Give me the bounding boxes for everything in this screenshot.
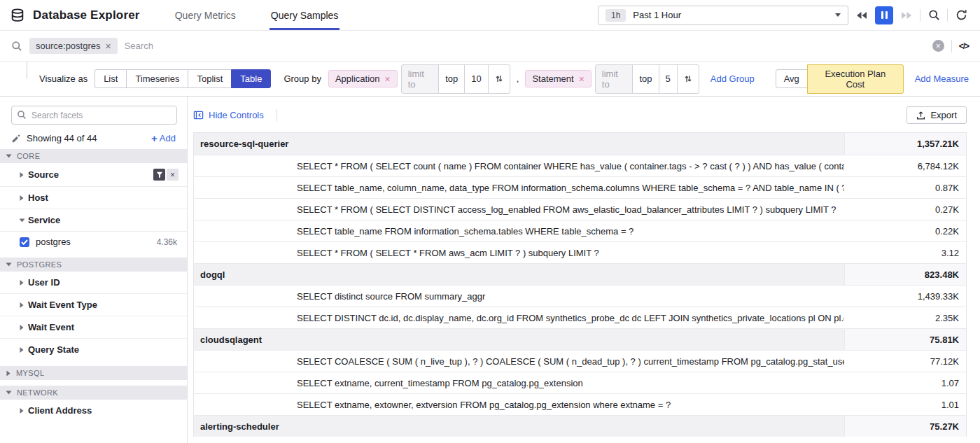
facet-item-query-state[interactable]: Query State xyxy=(0,338,187,360)
sample-value: 1.01 xyxy=(844,400,966,410)
aggregator-button[interactable]: Avg xyxy=(776,69,808,88)
visualize-option-list[interactable]: List xyxy=(94,69,127,88)
remove-filter-icon[interactable]: × xyxy=(106,41,111,51)
clear-search-button[interactable]: × xyxy=(932,40,944,52)
search-filter-pill[interactable]: source:postgres × xyxy=(29,38,118,54)
facet-section-label: POSTGRES xyxy=(17,260,62,269)
sample-value: 2.35K xyxy=(844,313,966,323)
facet-item-client-address[interactable]: Client Address xyxy=(0,400,187,421)
limit-count-selector[interactable]: 5 xyxy=(659,64,678,94)
chevron-right-icon xyxy=(19,195,24,201)
limit-count-selector[interactable]: 10 xyxy=(464,64,488,94)
refresh-button[interactable] xyxy=(952,6,970,24)
group-pill-application[interactable]: Application × xyxy=(328,70,398,87)
samples-table: resource-sql-querier1,357.21KSELECT * FR… xyxy=(193,132,967,437)
skip-backward-icon xyxy=(856,11,867,20)
table-group-row[interactable]: resource-sql-querier1,357.21K xyxy=(194,133,966,155)
table-toolbar: Hide Controls Export xyxy=(193,106,967,125)
query-text: SELECT * FROM ( SELECT DISTINCT access_l… xyxy=(297,204,844,215)
facet-item-host[interactable]: Host xyxy=(0,186,187,209)
measure-cluster: Avg Execution Plan Cost Add Measure xyxy=(776,64,969,94)
facet-clear-button[interactable]: × xyxy=(167,169,178,181)
facet-section-core[interactable]: CORE xyxy=(0,149,187,163)
tab-query-metrics[interactable]: Query Metrics xyxy=(174,0,237,30)
facet-item-wait-event[interactable]: Wait Event xyxy=(0,316,187,338)
facet-item-user-id[interactable]: User ID xyxy=(0,272,187,293)
table-sample-row[interactable]: SELECT COALESCE ( SUM ( n_live_tup ), ? … xyxy=(194,350,966,372)
export-button[interactable]: Export xyxy=(906,106,967,124)
facet-filter-button[interactable] xyxy=(153,169,165,181)
table-group-row[interactable]: dogql823.48K xyxy=(194,263,966,285)
sort-order-button[interactable] xyxy=(488,64,510,94)
visualization-controls: Visualize as ListTimeseriesToplistTable … xyxy=(0,62,980,97)
content-area: Showing 44 of 44 +Add CORESource×HostSer… xyxy=(0,97,980,443)
visualize-option-timeseries[interactable]: Timeseries xyxy=(126,69,188,88)
code-view-icon[interactable]: </> xyxy=(959,41,969,51)
skip-backward-button[interactable] xyxy=(853,6,871,24)
top-bar: Database Explorer Query Metrics Query Sa… xyxy=(0,0,980,31)
chevron-right-icon xyxy=(19,171,24,178)
search-input[interactable] xyxy=(125,41,925,51)
pause-button[interactable] xyxy=(875,6,893,24)
sort-arrows-icon xyxy=(495,74,503,83)
add-facet-link[interactable]: +Add xyxy=(151,133,176,143)
top-selector[interactable]: top xyxy=(632,64,659,94)
facet-sidebar: Showing 44 of 44 +Add CORESource×HostSer… xyxy=(0,97,188,443)
facet-list: CORESource×HostServicepostgres4.36kPOSTG… xyxy=(0,149,187,421)
facet-count-label: Showing 44 of 44 xyxy=(27,133,97,143)
query-text: SELECT * FROM ( SELECT count ( name ) FR… xyxy=(297,161,844,171)
facet-search-input[interactable] xyxy=(11,106,177,125)
facet-item-source[interactable]: Source× xyxy=(0,163,187,186)
facet-section-network[interactable]: NETWORK xyxy=(0,386,187,400)
table-sample-row[interactable]: SELECT * FROM ( SELECT count ( name ) FR… xyxy=(194,155,966,176)
table-sample-row[interactable]: SELECT extname, extowner, extversion FRO… xyxy=(194,393,966,415)
facet-section-label: CORE xyxy=(17,152,40,160)
time-range-picker[interactable]: 1h Past 1 Hour xyxy=(598,6,848,25)
facet-section-postgres[interactable]: POSTGRES xyxy=(0,258,187,272)
limit-control: limit to top 5 xyxy=(595,64,699,94)
checkbox-checked[interactable] xyxy=(20,237,29,247)
group-name: alerting-scheduler xyxy=(194,421,297,432)
table-sample-row[interactable]: SELECT extname, current_timestamp FROM p… xyxy=(194,372,966,393)
chevron-right-icon xyxy=(19,324,24,330)
query-text: SELECT table_name, column_name, data_typ… xyxy=(297,183,844,193)
remove-group-icon[interactable]: × xyxy=(385,74,391,84)
tab-query-samples[interactable]: Query Samples xyxy=(270,0,340,30)
refresh-icon xyxy=(955,9,967,21)
facet-item-service[interactable]: Service xyxy=(0,209,187,231)
table-sample-row[interactable]: SELECT table_name FROM information_schem… xyxy=(194,220,966,241)
visualize-option-toplist[interactable]: Toplist xyxy=(188,69,232,88)
chevron-down-icon xyxy=(6,262,12,267)
chevron-right-icon xyxy=(19,302,24,308)
table-sample-row[interactable]: SELECT table_name, column_name, data_typ… xyxy=(194,176,966,198)
facet-value-postgres[interactable]: postgres4.36k xyxy=(0,231,187,252)
facet-item-wait-event-type[interactable]: Wait Event Type xyxy=(0,293,187,316)
visualize-option-table[interactable]: Table xyxy=(231,69,271,88)
top-bar-left: Database Explorer Query Metrics Query Sa… xyxy=(10,0,372,30)
add-measure-link[interactable]: Add Measure xyxy=(915,73,969,84)
chevron-down-icon xyxy=(6,153,12,159)
group-pill-label: Application xyxy=(335,73,380,84)
table-sample-row[interactable]: SELECT * FROM ( SELECT DISTINCT access_l… xyxy=(194,198,966,220)
query-search-bar: source:postgres × × </> xyxy=(0,31,980,62)
facet-controls: × xyxy=(153,169,178,181)
table-group-row[interactable]: cloudsqlagent75.81K xyxy=(194,328,966,350)
top-selector[interactable]: top xyxy=(438,64,465,94)
measure-button[interactable]: Execution Plan Cost xyxy=(807,64,904,94)
table-group-row[interactable]: alerting-scheduler75.27K xyxy=(194,415,966,437)
hide-controls-link[interactable]: Hide Controls xyxy=(193,110,264,120)
table-sample-row[interactable]: SELECT distinct source FROM summary_aggr… xyxy=(194,285,966,307)
filter-pill-label: source:postgres xyxy=(36,41,101,51)
group-pill-statement[interactable]: Statement × xyxy=(525,70,591,87)
pencil-icon xyxy=(11,134,21,143)
facet-section-mysql[interactable]: MYSQL xyxy=(0,366,187,380)
table-sample-row[interactable]: SELECT DISTINCT dc.id, dc.display_name, … xyxy=(194,307,966,328)
sort-order-button[interactable] xyxy=(677,64,699,94)
group-value: 75.27K xyxy=(844,416,966,437)
table-sample-row[interactable]: SELECT * FROM ( SELECT * FROM aws_acm LI… xyxy=(194,241,966,263)
skip-forward-button[interactable] xyxy=(897,6,916,24)
page-title: Database Explorer xyxy=(33,0,140,30)
zoom-button[interactable] xyxy=(925,6,943,24)
remove-group-icon[interactable]: × xyxy=(579,74,584,84)
add-group-link[interactable]: Add Group xyxy=(710,73,755,84)
